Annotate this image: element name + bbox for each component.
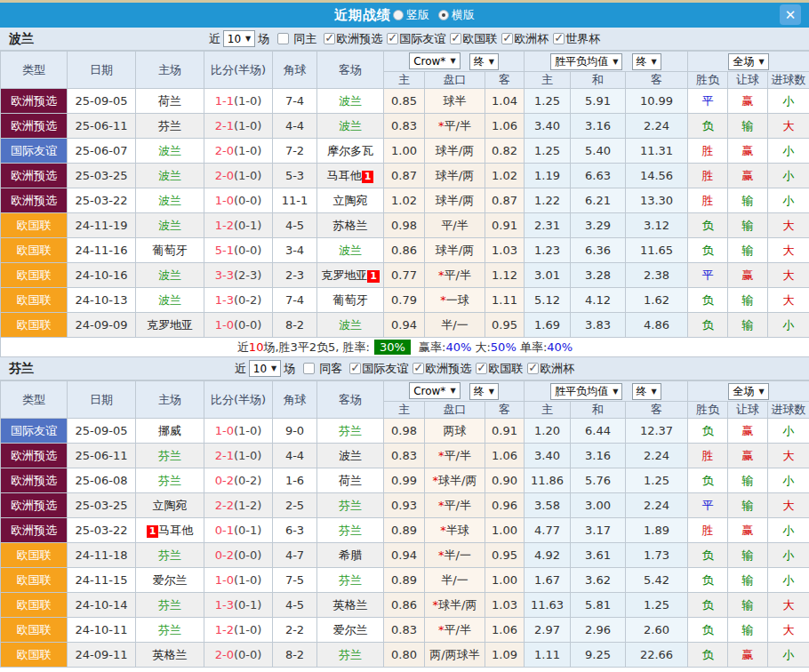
away-team: 荷兰 [317, 468, 384, 493]
same-side-checkbox[interactable]: 同主 [277, 31, 316, 47]
away-team: 苏格兰 [317, 213, 384, 238]
competition-checkbox[interactable]: 世界杯 [553, 31, 600, 47]
checkbox-label: 欧国联 [462, 31, 497, 47]
match-count-select[interactable]: 10 ▼ [223, 30, 255, 47]
handicap-text: 平/半 [445, 499, 471, 512]
goals-value: 小 [768, 419, 809, 444]
mean-away-value: 2.38 [626, 263, 688, 288]
handicap-result-value: 赢 [728, 518, 768, 543]
handicap-value: 球半/两 [425, 164, 485, 188]
home-team-name: 芬兰 [158, 623, 181, 636]
scope-select[interactable]: 全场▼ [728, 383, 768, 400]
type-badge: 欧洲预选 [1, 89, 68, 114]
result-value: 负 [688, 593, 728, 618]
competition-checkbox[interactable]: 欧洲预选 [324, 31, 382, 47]
home-team: 挪威 [136, 419, 204, 444]
handicap-value: *平/半 [425, 618, 485, 643]
odds-away-value: 0.90 [485, 468, 525, 493]
competition-checkbox[interactable]: 欧洲预选 [413, 361, 471, 377]
radio-horizontal-label: 横版 [452, 7, 475, 23]
match-score: 1-2(1-0) [204, 618, 273, 643]
competition-checkbox[interactable]: 国际友谊 [387, 31, 445, 47]
col-mean-draw: 和 [571, 402, 626, 419]
summary-text: 场,胜3平2负5, 胜率: [263, 340, 370, 354]
handicap-value: 半/一 [425, 568, 485, 593]
checkbox-label: 国际友谊 [399, 31, 445, 47]
radio-vertical[interactable]: 竖版 [393, 7, 429, 23]
mean-home-value: 4.92 [525, 543, 571, 568]
radio-horizontal[interactable]: 横版 [438, 7, 475, 23]
competition-checkbox[interactable]: 欧洲杯 [527, 361, 574, 377]
final-mean-select[interactable]: 终▼ [632, 383, 661, 400]
corner-score: 9-0 [273, 419, 317, 444]
titlebar: 近期战绩 竖版 横版 ✕ [0, 3, 809, 28]
mean-select[interactable]: 胜平负均值▼ [550, 53, 622, 70]
mean-draw-value: 3.00 [571, 493, 626, 518]
company-select[interactable]: Crow*▼ [409, 382, 460, 399]
mean-group-header: 胜平负均值▼ 终▼ [525, 381, 688, 402]
table-row: 欧洲预选 25-06-11 芬兰 2-1(1-0) 4-4 波兰 0.83 *平… [1, 114, 809, 139]
goals-value: 大 [768, 493, 809, 518]
checkbox-icon [476, 363, 487, 374]
odds-home-value: 0.93 [384, 493, 425, 518]
mean-draw-value: 6.21 [571, 188, 626, 213]
goals-value: 小 [768, 313, 809, 338]
away-team: 波兰 [317, 114, 384, 139]
score-halftime: (1-0) [234, 449, 261, 462]
same-side-checkbox[interactable]: 同客 [303, 361, 342, 377]
checkbox-icon [413, 363, 424, 374]
away-team-name: 波兰 [339, 119, 362, 132]
mean-draw-value: 3.61 [571, 543, 626, 568]
mean-away-value: 4.86 [626, 313, 688, 338]
away-team-name: 芬兰 [339, 648, 362, 661]
competition-checkbox[interactable]: 欧国联 [476, 361, 523, 377]
scope-select-value: 全场 [733, 384, 754, 399]
mean-select[interactable]: 胜平负均值▼ [550, 383, 622, 400]
final-mean-select[interactable]: 终▼ [632, 53, 661, 70]
score-halftime: (1-2) [234, 499, 261, 512]
away-team: 芬兰 [317, 493, 384, 518]
score-halftime: (1-0) [234, 94, 261, 108]
mean-draw-value: 4.12 [571, 288, 626, 313]
score-halftime: (1-0) [234, 623, 261, 636]
col-goals: 进球数 [768, 72, 809, 89]
handicap-value: *平/半 [425, 114, 485, 139]
final-odds-select[interactable]: 终▼ [469, 53, 499, 70]
summary-stat-value: 40% [445, 340, 471, 354]
col-odds-away: 客 [485, 72, 525, 89]
handicap-value: *一球 [425, 288, 485, 313]
type-badge: 国际友谊 [1, 139, 68, 164]
table-row: 欧洲预选 25-03-25 波兰 2-0(1-0) 5-3 马耳他1 0.87 … [1, 164, 809, 188]
col-home: 主场 [136, 381, 204, 419]
odds-group-header: Crow*▼ 终▼ [384, 381, 525, 402]
corner-score: 7-4 [273, 288, 317, 313]
chevron-down-icon: ▼ [652, 388, 657, 396]
company-select[interactable]: Crow*▼ [409, 52, 460, 69]
handicap-value: *平/半 [425, 444, 485, 468]
competition-checkbox[interactable]: 国际友谊 [349, 361, 408, 377]
mean-away-value: 22.66 [626, 643, 688, 668]
final-odds-select[interactable]: 终▼ [469, 383, 499, 400]
away-team-name: 芬兰 [339, 499, 362, 512]
competition-checkbox[interactable]: 欧国联 [450, 31, 497, 47]
match-date: 24-10-14 [68, 593, 136, 618]
corner-score: 8-2 [273, 313, 317, 338]
handicap-text: 球半/两 [436, 144, 474, 157]
table-row: 国际友谊 25-09-05 挪威 1-0(1-0) 9-0 芬兰 0.98 两球… [1, 419, 809, 444]
odds-away-value: 1.06 [485, 618, 525, 643]
mean-draw-value: 5.76 [571, 468, 626, 493]
scope-select[interactable]: 全场▼ [728, 53, 768, 70]
match-date: 24-11-18 [68, 543, 136, 568]
home-team-name: 波兰 [158, 293, 181, 307]
mean-away-value: 1.62 [626, 288, 688, 313]
home-team-name: 挪威 [158, 424, 181, 437]
odds-away-value: 1.03 [485, 593, 525, 618]
competition-checkbox[interactable]: 欧洲杯 [501, 31, 549, 47]
close-button[interactable]: ✕ [780, 4, 801, 25]
type-badge: 国际友谊 [1, 419, 68, 444]
handicap-value: *球半/两 [425, 593, 485, 618]
match-count-select[interactable]: 10 ▼ [249, 360, 281, 377]
mean-draw-value: 3.16 [571, 444, 626, 468]
mean-away-value: 1.25 [626, 593, 688, 618]
type-badge: 欧洲预选 [1, 444, 68, 468]
